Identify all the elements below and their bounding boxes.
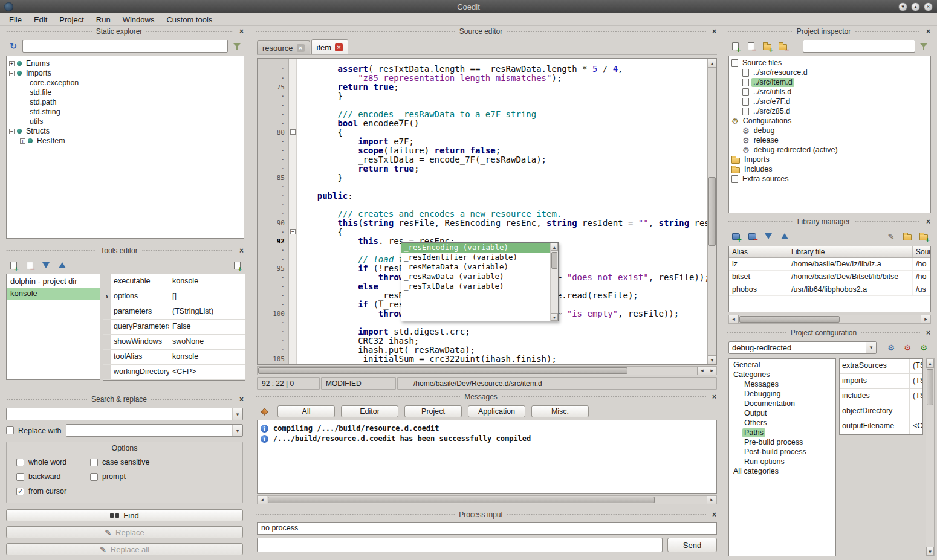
scroll-right-icon[interactable]: ▸ bbox=[707, 367, 716, 375]
expander-icon[interactable]: + bbox=[9, 61, 15, 66]
option-case-sensitive[interactable]: case sensitive bbox=[90, 458, 236, 466]
property-value[interactable]: <CFP> bbox=[169, 365, 245, 379]
find-button[interactable]: Find bbox=[6, 509, 243, 521]
category-general[interactable]: General bbox=[729, 360, 835, 370]
panel-close-icon[interactable]: × bbox=[710, 510, 718, 519]
scroll-right-icon[interactable]: ▸ bbox=[707, 496, 716, 504]
clear-messages-button[interactable] bbox=[257, 405, 271, 418]
filter-button[interactable] bbox=[230, 39, 244, 53]
library-row-bitset[interactable]: bitset/home/basile/Dev/Bitset/lib/bitse/… bbox=[729, 271, 930, 283]
scroll-thumb[interactable] bbox=[258, 367, 627, 374]
expander-icon[interactable]: − bbox=[9, 71, 15, 76]
message-line[interactable]: i/.../build/resource.d.coedit has been s… bbox=[258, 434, 716, 444]
project-node-src-resource-d[interactable]: ../src/resource.d bbox=[729, 68, 930, 77]
remove-configuration-button[interactable]: ⚙ bbox=[900, 341, 915, 354]
scroll-thumb[interactable] bbox=[708, 177, 716, 246]
symbol-tree[interactable]: +Enums−Importscore.exceptionstd.filestd.… bbox=[6, 56, 244, 239]
panel-close-icon[interactable]: × bbox=[238, 27, 245, 36]
code-editor[interactable]: ··75····80····85····90·92··95····100····… bbox=[257, 58, 717, 365]
tab-close-icon[interactable]: × bbox=[335, 43, 343, 51]
scroll-track[interactable] bbox=[926, 368, 934, 547]
filter-editor[interactable]: Editor bbox=[341, 405, 398, 417]
add-source-button[interactable] bbox=[728, 39, 742, 53]
add-folder-button[interactable] bbox=[760, 39, 774, 53]
completion-item[interactable]: _resMetaData (variable) bbox=[401, 262, 550, 272]
fold-icon[interactable]: − bbox=[290, 229, 296, 234]
option-prompt[interactable]: prompt bbox=[90, 472, 236, 481]
move-library-up-button[interactable] bbox=[777, 230, 792, 243]
scroll-track[interactable] bbox=[267, 496, 707, 504]
scroll-left-icon[interactable]: ◂ bbox=[697, 367, 707, 375]
property-value[interactable]: (TStringList) bbox=[910, 359, 922, 373]
library-horizontal-scrollbar[interactable]: ◂ ▸ bbox=[728, 315, 931, 324]
category-pre-build-process[interactable]: Pre-build process bbox=[729, 437, 835, 447]
category-output[interactable]: Output bbox=[729, 408, 835, 418]
explorer-node-enums[interactable]: +Enums bbox=[7, 59, 244, 68]
project-node-extra-sources[interactable]: Extra sources bbox=[729, 174, 930, 184]
replace-button[interactable]: ✎ Replace bbox=[6, 526, 243, 538]
category-categories[interactable]: Categories bbox=[729, 370, 835, 379]
property-value[interactable] bbox=[910, 404, 922, 419]
replace-with-checkbox[interactable] bbox=[6, 426, 14, 434]
panel-close-icon[interactable]: × bbox=[238, 395, 245, 404]
remove-tool-button[interactable] bbox=[22, 259, 37, 272]
category-messages[interactable]: Messages bbox=[729, 379, 835, 389]
project-node-src-item-d[interactable]: ../src/item.d bbox=[729, 77, 930, 87]
tab-item[interactable]: item× bbox=[311, 39, 349, 54]
project-node-release[interactable]: ⚙release bbox=[729, 135, 930, 145]
remove-folder-button[interactable] bbox=[776, 39, 790, 53]
project-node-src-utils-d[interactable]: ../src/utils.d bbox=[729, 87, 930, 97]
menu-file[interactable]: File bbox=[3, 14, 28, 25]
dropdown-icon[interactable]: ▾ bbox=[866, 342, 876, 353]
process-input-field[interactable] bbox=[257, 538, 663, 552]
project-node-configurations[interactable]: ⚙Configurations bbox=[729, 116, 930, 126]
clone-configuration-button[interactable]: ⚙ bbox=[916, 341, 931, 354]
open-library-file-button[interactable] bbox=[900, 230, 915, 243]
project-tree[interactable]: Source files../src/resource.d../src/item… bbox=[728, 56, 931, 213]
completion-list[interactable]: _resEncoding (variable)_resIdentifier (v… bbox=[401, 243, 550, 321]
property-value[interactable]: False bbox=[169, 320, 245, 334]
explorer-node-std-path[interactable]: std.path bbox=[7, 97, 244, 107]
refresh-button[interactable]: ↻ bbox=[6, 39, 21, 53]
expander-icon[interactable]: − bbox=[9, 129, 15, 134]
project-node-src-e7f-d[interactable]: ../src/e7F.d bbox=[729, 97, 930, 106]
option-backward[interactable]: backward bbox=[16, 472, 90, 481]
property-value[interactable]: <C bbox=[910, 419, 922, 434]
category-run-options[interactable]: Run options bbox=[729, 457, 835, 466]
menu-project[interactable]: Project bbox=[53, 14, 89, 25]
filter-application[interactable]: Application bbox=[468, 405, 525, 417]
option-whole-word[interactable]: whole word bbox=[16, 458, 90, 466]
library-row-phobos[interactable]: phobos/usr/lib64/libphobos2.a/us bbox=[729, 283, 930, 296]
explorer-node-utils[interactable]: utils bbox=[7, 117, 244, 126]
library-row-iz[interactable]: iz/home/basile/Dev/Iz/lib/iz.a/ho bbox=[729, 258, 930, 271]
checkbox[interactable] bbox=[16, 473, 24, 481]
scroll-down-icon[interactable]: ▼ bbox=[551, 313, 558, 321]
filter-project[interactable]: Project bbox=[404, 405, 462, 417]
scroll-thumb[interactable] bbox=[739, 316, 840, 323]
checkbox[interactable] bbox=[90, 473, 98, 481]
explorer-node-std-file[interactable]: std.file bbox=[7, 88, 244, 97]
property-value[interactable]: swoNone bbox=[169, 335, 245, 349]
maximize-icon[interactable]: ▴ bbox=[911, 2, 920, 11]
explorer-node-structs[interactable]: −Structs bbox=[7, 126, 244, 136]
scroll-up-icon[interactable]: ▲ bbox=[708, 59, 716, 68]
close-icon[interactable]: × bbox=[924, 2, 933, 11]
message-line[interactable]: icompiling /.../build/resource.d.coedit bbox=[258, 423, 716, 434]
move-library-down-button[interactable] bbox=[761, 230, 776, 243]
scroll-down-icon[interactable]: ▼ bbox=[708, 355, 716, 364]
inspector-filter-button[interactable] bbox=[917, 39, 931, 53]
panel-close-icon[interactable]: × bbox=[710, 393, 718, 401]
inspector-search-input[interactable] bbox=[803, 40, 915, 53]
category-all-categories[interactable]: All categories bbox=[729, 466, 835, 476]
tab-resource[interactable]: resource× bbox=[257, 40, 310, 54]
project-node-includes[interactable]: Includes bbox=[729, 164, 930, 174]
property-value[interactable]: (TStringList) bbox=[910, 374, 922, 388]
column-header-alias[interactable]: Alias bbox=[729, 246, 788, 257]
send-button[interactable]: Send bbox=[667, 538, 717, 552]
configuration-selector[interactable]: debug-redirected ▾ bbox=[728, 341, 877, 354]
fold-icon[interactable]: − bbox=[290, 129, 296, 135]
replace-all-button[interactable]: ✎ Replace all bbox=[6, 543, 243, 555]
scroll-down-icon[interactable]: ▼ bbox=[926, 547, 934, 556]
tools-list[interactable]: dolphin - project dirkonsole bbox=[6, 274, 100, 380]
configuration-vertical-scrollbar[interactable]: ▲ ▼ bbox=[926, 358, 935, 556]
